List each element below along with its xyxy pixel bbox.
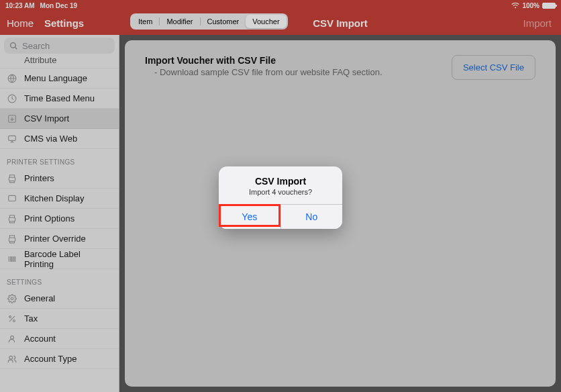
nav-settings[interactable]: Settings xyxy=(44,17,84,29)
sidebar-item-attribute[interactable]: Attribute xyxy=(0,56,119,68)
import-action[interactable]: Import xyxy=(523,17,552,29)
status-date: Mon Dec 19 xyxy=(40,2,78,9)
dialog-no-button[interactable]: No xyxy=(280,205,343,229)
import-subtext: - Download sample CSV file from our webs… xyxy=(145,67,382,77)
segmented-control: Item Modifier Customer Voucher xyxy=(130,13,288,30)
segment-customer[interactable]: Customer xyxy=(201,15,246,28)
sidebar: Search Attribute Menu Language Time Base… xyxy=(0,35,119,392)
confirm-dialog: CSV Import Import 4 vouchers? Yes No xyxy=(219,166,342,229)
dialog-title: CSV Import xyxy=(227,176,334,187)
users-icon xyxy=(7,354,17,364)
segment-voucher[interactable]: Voucher xyxy=(246,15,286,28)
sidebar-item-printers[interactable]: Printers xyxy=(0,168,119,189)
status-time: 10:23 AM xyxy=(5,2,35,9)
svg-rect-7 xyxy=(9,195,16,201)
search-placeholder: Search xyxy=(22,41,50,51)
printer-icon xyxy=(7,214,17,224)
svg-line-1 xyxy=(15,47,17,49)
nav-home[interactable]: Home xyxy=(7,17,34,29)
sidebar-item-printer-override[interactable]: Printer Override xyxy=(0,229,119,249)
gear-icon xyxy=(7,294,17,303)
top-nav-bar: Home Settings Item Modifier Customer Vou… xyxy=(0,11,561,35)
battery-percent: 100% xyxy=(522,2,540,9)
display-icon xyxy=(7,194,17,203)
svg-rect-6 xyxy=(9,177,15,181)
wifi-icon xyxy=(511,3,519,9)
segment-item[interactable]: Item xyxy=(132,15,159,28)
segment-modifier[interactable]: Modifier xyxy=(160,15,199,28)
sidebar-item-time-based[interactable]: Time Based Menu xyxy=(0,89,119,109)
dialog-message: Import 4 vouchers? xyxy=(227,188,334,196)
svg-point-13 xyxy=(13,320,15,322)
battery-icon xyxy=(542,3,556,9)
select-csv-button[interactable]: Select CSV File xyxy=(452,55,536,80)
sidebar-item-barcode-label[interactable]: Barcode Label Printing xyxy=(0,249,119,269)
sidebar-item-kitchen-display[interactable]: Kitchen Display xyxy=(0,189,119,209)
search-input[interactable]: Search xyxy=(4,38,115,54)
section-header-settings: SETTINGS xyxy=(0,269,119,289)
percent-icon xyxy=(7,314,17,324)
sidebar-item-tax[interactable]: Tax xyxy=(0,309,119,329)
svg-point-0 xyxy=(11,42,16,48)
globe-icon xyxy=(7,74,17,83)
sidebar-item-print-options[interactable]: Print Options xyxy=(0,209,119,229)
import-heading: Import Voucher with CSV File xyxy=(145,55,382,66)
svg-point-10 xyxy=(11,297,13,300)
sidebar-item-account-type[interactable]: Account Type xyxy=(0,349,119,369)
svg-point-15 xyxy=(9,356,13,359)
clock-icon xyxy=(7,94,17,103)
monitor-icon xyxy=(7,134,17,144)
status-bar: 10:23 AM Mon Dec 19 100% xyxy=(0,0,561,11)
section-header-printer: PRINTER SETTINGS xyxy=(0,149,119,168)
svg-point-14 xyxy=(11,336,14,339)
svg-rect-8 xyxy=(9,217,15,221)
printer-icon xyxy=(7,234,17,244)
sidebar-item-cms-web[interactable]: CMS via Web xyxy=(0,129,119,149)
sidebar-item-account[interactable]: Account xyxy=(0,329,119,349)
sidebar-item-csv-import[interactable]: CSV Import xyxy=(0,109,119,129)
svg-rect-5 xyxy=(9,136,16,140)
sidebar-item-menu-language[interactable]: Menu Language xyxy=(0,68,119,89)
svg-line-11 xyxy=(9,315,15,321)
import-icon xyxy=(7,114,17,124)
sidebar-item-general[interactable]: General xyxy=(0,289,119,309)
printer-icon xyxy=(7,174,17,183)
svg-point-12 xyxy=(9,315,11,317)
page-title: CSV Import xyxy=(313,17,368,29)
barcode-icon xyxy=(7,254,17,264)
dialog-yes-button[interactable]: Yes xyxy=(219,205,280,229)
user-icon xyxy=(7,334,17,344)
svg-rect-9 xyxy=(9,238,15,241)
